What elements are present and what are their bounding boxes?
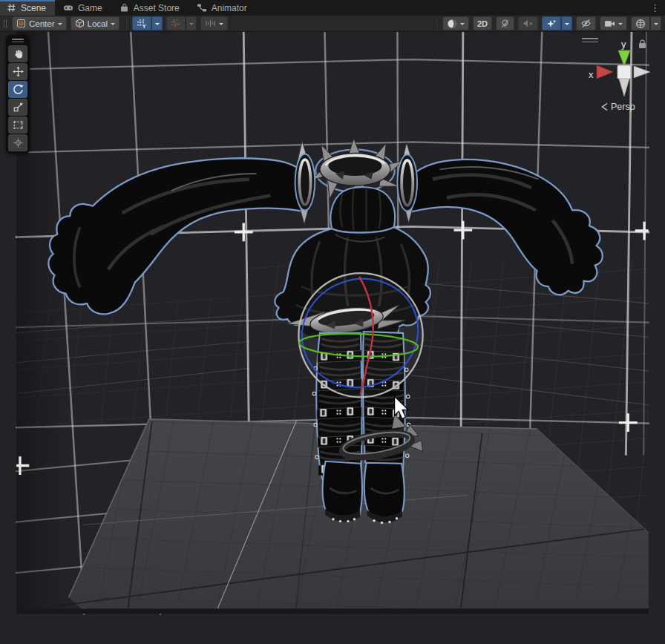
tab-label: Animator xyxy=(212,3,247,13)
tab-asset-store[interactable]: Asset Store xyxy=(113,0,189,16)
orientation-gizmo-overlay: y x Persp xyxy=(576,33,662,118)
grid-snap-toggle[interactable] xyxy=(166,16,186,30)
chevron-down-icon xyxy=(219,23,223,27)
camera-settings-button[interactable] xyxy=(600,16,627,30)
rotate-tool-icon xyxy=(12,83,24,96)
chevron-down-icon xyxy=(155,23,160,27)
chevron-down-icon xyxy=(654,23,658,27)
chevron-down-icon xyxy=(58,23,62,27)
lightbulb-off-icon xyxy=(500,19,510,29)
transform-tool-icon xyxy=(12,137,24,149)
tool-rect[interactable] xyxy=(8,116,27,134)
audio-mute-button[interactable] xyxy=(518,16,538,30)
tool-move[interactable] xyxy=(8,63,27,80)
tab-label: Game xyxy=(78,3,102,13)
tab-label: Asset Store xyxy=(134,3,180,13)
gizmos-toggle[interactable] xyxy=(631,16,650,30)
shaded-sphere-icon xyxy=(447,19,457,29)
tab-animator[interactable]: Animator xyxy=(190,0,256,16)
toolbar-drag-handle-icon[interactable] xyxy=(4,19,7,28)
effects-control xyxy=(542,16,572,30)
svg-text:Y: Y xyxy=(142,24,146,29)
axis-x-label[interactable]: x xyxy=(589,69,594,80)
effects-toggle[interactable] xyxy=(542,16,561,30)
lock-icon[interactable] xyxy=(639,40,646,48)
draw-mode-button[interactable] xyxy=(442,16,469,30)
persp-chevron-icon xyxy=(601,102,608,111)
grid-tab-icon xyxy=(7,3,16,13)
hand-tool-icon xyxy=(12,47,24,60)
axis-z-cone[interactable] xyxy=(634,66,650,78)
kebab-menu-icon[interactable]: ⋮ xyxy=(645,0,665,16)
axis-y-cone[interactable] xyxy=(618,50,630,66)
gizmo-center-cube[interactable] xyxy=(618,65,631,79)
handle-orientation-label: Local xyxy=(88,19,108,28)
camera-icon xyxy=(604,19,615,28)
scale-tool-icon xyxy=(12,101,24,114)
scene-lighting-button[interactable] xyxy=(496,16,514,30)
axis-down-cone[interactable] xyxy=(619,79,629,96)
tool-rotate[interactable] xyxy=(8,81,27,98)
effects-sparkle-icon xyxy=(546,19,557,29)
tool-transform[interactable] xyxy=(8,134,27,151)
projection-indicator[interactable]: Persp xyxy=(601,102,635,112)
chevron-down-icon xyxy=(111,23,115,27)
scene-toolbar: Center Local Y xyxy=(0,16,665,32)
axis-x-cone[interactable] xyxy=(597,65,613,79)
scene-viewport[interactable]: y x Persp xyxy=(0,32,665,644)
scene-visibility-button[interactable] xyxy=(576,16,596,30)
chevron-down-icon xyxy=(618,23,623,27)
effects-dropdown[interactable] xyxy=(561,16,572,30)
rect-tool-icon xyxy=(12,119,24,131)
audio-muted-icon xyxy=(522,19,534,28)
grid-snap-magnet-icon xyxy=(171,19,181,29)
axis-y-label[interactable]: y xyxy=(621,39,626,50)
pivot-mode-label: Center xyxy=(29,19,55,28)
chevron-down-icon xyxy=(189,23,194,27)
animator-icon xyxy=(197,3,207,13)
pivot-mode-button[interactable]: Center xyxy=(12,16,67,30)
tool-scale[interactable] xyxy=(8,99,27,116)
mode-2d-button[interactable]: 2D xyxy=(473,16,492,30)
pivot-center-icon xyxy=(16,19,26,28)
gizmos-control xyxy=(631,16,661,30)
grid-snap-control xyxy=(166,16,197,30)
handle-orientation-button[interactable]: Local xyxy=(71,16,120,30)
tool-palette-drag-handle[interactable] xyxy=(12,39,24,42)
toolbar-separator xyxy=(125,19,126,28)
tab-scene[interactable]: Scene xyxy=(0,0,55,16)
unity-editor-window: Scene Game Asset Store Animator ⋮ Center… xyxy=(0,0,665,644)
grid-visibility-toggle[interactable]: Y xyxy=(132,16,151,30)
grid-visibility-dropdown[interactable] xyxy=(151,16,163,30)
chevron-down-icon xyxy=(565,23,569,27)
grid-y-icon: Y xyxy=(137,19,147,29)
mode-2d-label: 2D xyxy=(477,19,488,28)
snap-increment-button[interactable] xyxy=(200,16,228,30)
projection-label: Persp xyxy=(611,102,635,112)
grid-snap-dropdown[interactable] xyxy=(186,16,197,30)
grid-visibility-control: Y xyxy=(132,16,163,30)
move-tool-icon xyxy=(12,65,24,78)
tab-label: Scene xyxy=(21,3,46,13)
gizmos-sphere-icon xyxy=(635,19,646,29)
tab-bar: Scene Game Asset Store Animator ⋮ xyxy=(0,0,665,16)
tool-view-hand[interactable] xyxy=(8,45,27,62)
chevron-down-icon xyxy=(460,23,465,27)
scene-canvas[interactable] xyxy=(0,32,665,644)
toolbar-right-group: 2D xyxy=(433,16,661,30)
tool-palette xyxy=(6,35,30,154)
tab-game[interactable]: Game xyxy=(56,0,111,16)
eye-hidden-icon xyxy=(580,19,592,28)
shopping-bag-icon xyxy=(119,3,129,13)
gamepad-icon xyxy=(63,3,73,13)
viewport-bottom-strip xyxy=(16,608,649,614)
cube-icon xyxy=(75,19,85,28)
toolbar-separator xyxy=(436,19,436,28)
snap-increment-icon xyxy=(205,19,216,28)
gizmos-dropdown[interactable] xyxy=(650,16,661,30)
